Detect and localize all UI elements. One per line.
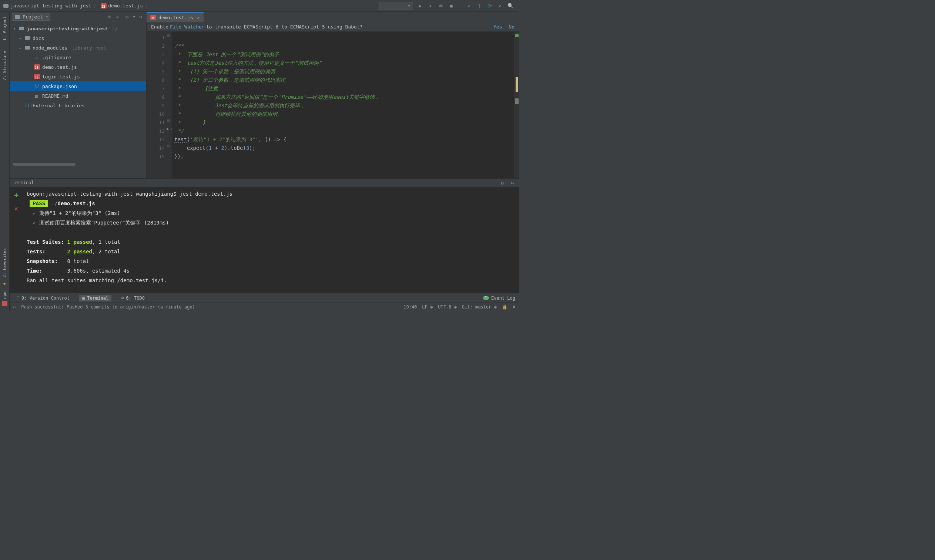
debug-icon[interactable] xyxy=(427,3,434,9)
tab-todo[interactable]: ☺ 6: TODO xyxy=(118,295,148,302)
hide-tool-icon[interactable] xyxy=(138,14,144,20)
snapshots-label: Snapshots: xyxy=(27,258,58,264)
code-line: * 【注意： xyxy=(174,85,223,91)
status-encoding[interactable]: UTF-8 ≑ xyxy=(438,305,457,309)
file-watcher-banner: Enable File Watcher to transpile ECMAScr… xyxy=(147,22,519,32)
test-line: 测试使用百度检索搜索"Puppeteer"关键字 (2819ms) xyxy=(39,220,169,226)
tree-folder-node-modules[interactable]: node_modules library root xyxy=(9,43,146,52)
tool-tab-npm[interactable]: npm xyxy=(2,291,7,299)
status-git-branch[interactable]: Git: master ≑ xyxy=(462,305,497,309)
event-count-badge: 1 xyxy=(483,296,489,300)
fold-gutter[interactable]: ⊟ ⊡ ▶ ⊟ ⊡ xyxy=(167,32,172,178)
commit-icon[interactable] xyxy=(466,3,472,9)
terminal-settings-icon[interactable] xyxy=(499,179,506,186)
tree-label: node_modules xyxy=(32,45,67,51)
code-line: /** xyxy=(174,43,184,49)
tests-total: , 2 total xyxy=(92,249,120,254)
tree-label: README.md xyxy=(42,93,68,99)
tree-external-libs[interactable]: External Libraries xyxy=(9,101,146,110)
suites-label: Test Suites: xyxy=(27,239,64,245)
expand-arrow-icon[interactable] xyxy=(19,46,22,50)
project-tree[interactable]: javascript-testing-with-jest ~/ docs nod… xyxy=(9,22,147,178)
json-file-icon xyxy=(34,84,40,89)
tree-label: demo.test.js xyxy=(42,65,77,70)
status-time: 19:40 xyxy=(403,305,417,309)
tree-file-package-json[interactable]: package.json xyxy=(9,82,146,91)
terminal-output[interactable]: bogon:javascript-testing-with-jest wangs… xyxy=(23,187,519,293)
search-everywhere-icon[interactable] xyxy=(507,3,514,9)
run-gutter-icon[interactable]: ▶ xyxy=(167,126,169,131)
libraries-icon xyxy=(25,103,30,108)
js-file-icon xyxy=(34,65,40,69)
lock-icon[interactable]: 🔒 xyxy=(502,305,508,309)
code-token: ( xyxy=(187,137,190,142)
status-line-separator[interactable]: LF ≑ xyxy=(422,305,433,309)
code-editor[interactable]: /** * 下面是 Jest 的一个"测试用例"的例子 * test方法是Jes… xyxy=(172,32,514,178)
close-tab-icon[interactable] xyxy=(196,15,200,20)
code-line: * (1) 第一个参数，是测试用例的说明 xyxy=(174,68,275,74)
tab-terminal[interactable]: ▣ Terminal xyxy=(79,295,111,302)
status-rect-icon[interactable]: ▭ xyxy=(13,305,16,309)
breadcrumb: javascript-testing-with-jest 〉 demo.test… xyxy=(3,3,377,9)
folder-icon xyxy=(14,14,20,20)
check-icon: ✓ xyxy=(33,220,36,226)
breadcrumb-project[interactable]: javascript-testing-with-jest xyxy=(3,3,91,9)
update-project-icon[interactable] xyxy=(476,3,483,9)
coverage-icon[interactable] xyxy=(438,3,444,9)
tool-tab-project[interactable]: 1: Project xyxy=(2,14,8,43)
editor-area: Enable File Watcher to transpile ECMAScr… xyxy=(147,22,519,178)
folder-icon xyxy=(25,45,30,50)
tree-file-gitignore[interactable]: .gitignore xyxy=(9,52,146,62)
tree-folder-docs[interactable]: docs xyxy=(9,33,146,43)
banner-text-pre: Enable xyxy=(151,24,168,29)
file-watcher-link[interactable]: File Watcher xyxy=(170,24,205,29)
code-line: * 】 xyxy=(174,120,208,125)
banner-no-link[interactable]: No xyxy=(509,24,514,29)
breadcrumb-file[interactable]: demo.test.js xyxy=(101,3,143,9)
expand-arrow-icon[interactable] xyxy=(19,36,22,40)
tree-root-label: javascript-testing-with-jest xyxy=(27,26,108,31)
tree-file-login-test[interactable]: login.test.js xyxy=(9,72,146,82)
code-token-number: 2 xyxy=(221,145,224,151)
bottom-tool-tabs: 9: 9: Version ControlVersion Control ▣ T… xyxy=(9,293,519,303)
stripe-marker xyxy=(515,77,518,92)
left-tool-strip: 1: Project 7: Structure 2: Favorites ★ n… xyxy=(0,12,9,311)
settings-icon[interactable] xyxy=(123,14,130,20)
project-view-combo[interactable]: Project xyxy=(12,13,50,21)
tree-label: .gitignore xyxy=(42,55,71,60)
status-message: Push successful: Pushed 5 commits to ori… xyxy=(21,305,195,309)
editor-tab-bar: demo.test.js xyxy=(147,12,519,22)
test-line: 期待"1 + 2"的结果为"3" (2ms) xyxy=(39,210,120,216)
tree-file-demo-test[interactable]: demo.test.js xyxy=(9,62,146,72)
breadcrumb-separator-end: 〉 xyxy=(145,3,150,9)
collapse-all-icon[interactable] xyxy=(115,14,122,20)
tab-version-control[interactable]: 9: 9: Version ControlVersion Control xyxy=(13,294,73,302)
tab-event-log[interactable]: Event Log xyxy=(491,295,515,301)
editor-tab-demo[interactable]: demo.test.js xyxy=(147,12,204,22)
terminal-panel: Terminal + ✕ bogon:javascript-testing-wi… xyxy=(9,178,519,293)
code-token-number: 1 xyxy=(209,145,212,151)
run-icon[interactable] xyxy=(417,3,423,9)
banner-yes-link[interactable]: Yes xyxy=(494,24,502,29)
terminal-header: Terminal xyxy=(9,178,519,187)
close-session-icon[interactable]: ✕ xyxy=(14,205,19,212)
stop-icon[interactable] xyxy=(448,3,455,9)
revert-icon[interactable] xyxy=(497,3,503,9)
tree-root[interactable]: javascript-testing-with-jest ~/ xyxy=(9,24,146,33)
tests-passed: 2 passed xyxy=(67,249,92,254)
tool-tab-structure[interactable]: 7: Structure xyxy=(2,49,8,83)
new-session-icon[interactable]: + xyxy=(14,191,19,199)
run-config-combo[interactable]: ▾ xyxy=(379,2,413,10)
npm-icon xyxy=(2,301,8,306)
tree-horizontal-scrollbar[interactable] xyxy=(9,163,146,167)
hektor-icon[interactable]: ☻ xyxy=(513,305,515,309)
tree-file-readme[interactable]: README.md xyxy=(9,91,146,101)
editor-error-stripe[interactable] xyxy=(514,32,519,178)
autoscroll-icon[interactable] xyxy=(106,14,113,20)
line-number-gutter[interactable]: 123456789101112131415 xyxy=(147,32,167,178)
tool-tab-favorites[interactable]: 2: Favorites xyxy=(2,246,8,280)
terminal-side-toolbar: + ✕ xyxy=(9,187,23,293)
terminal-hide-icon[interactable] xyxy=(509,179,516,186)
history-icon[interactable] xyxy=(486,3,493,9)
expand-arrow-icon[interactable] xyxy=(12,27,16,31)
